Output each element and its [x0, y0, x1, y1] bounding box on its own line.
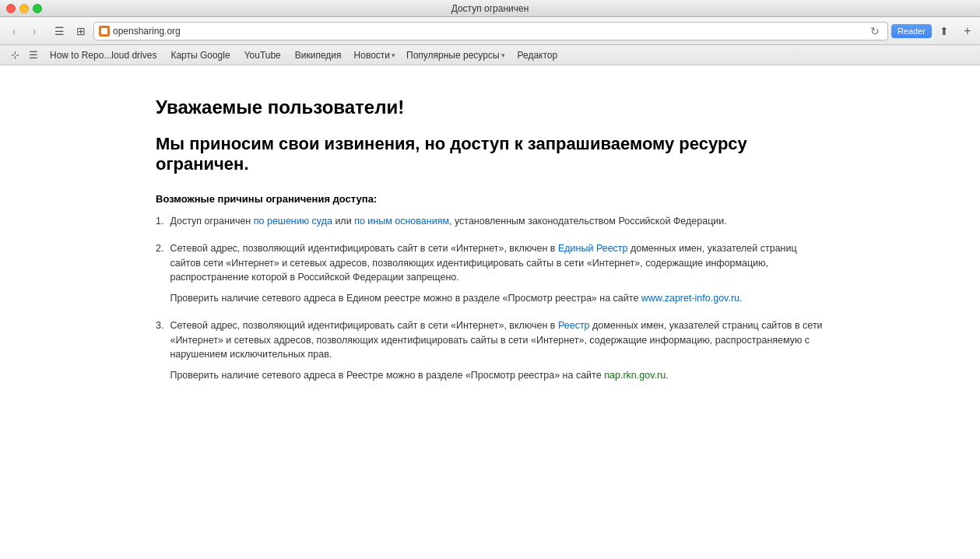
section-title: Возможные причины ограничения доступа:: [156, 193, 824, 205]
minimize-button[interactable]: [19, 4, 29, 13]
nav-bar: ‹ › ☰ ⊞ opensharing.org ↻ Reader ⬆ +: [0, 17, 980, 45]
nav-arrows: ‹ ›: [5, 22, 44, 40]
forward-button[interactable]: ›: [25, 22, 44, 40]
reason-2-para2: Проверить наличие сетевого адреса в Един…: [170, 291, 824, 306]
reason-2-para1: Сетевой адрес, позволяющий идентифициров…: [170, 241, 824, 285]
bookmark-item-1[interactable]: Карты Google: [164, 48, 236, 62]
list-item-2-content: Сетевой адрес, позволяющий идентифициров…: [170, 241, 824, 306]
list-item-1-content: Доступ ограничен по решению суда или по …: [170, 214, 726, 229]
title-bar: Доступ ограничен: [0, 0, 980, 17]
bookmark-item-2[interactable]: YouTube: [238, 48, 287, 62]
reason-1-text: Доступ ограничен по решению суда или по …: [170, 214, 726, 229]
list-item: Сетевой адрес, позволяющий идентифициров…: [156, 241, 824, 306]
reasons-list: Доступ ограничен по решению суда или по …: [156, 214, 824, 383]
address-text: opensharing.org: [113, 26, 864, 37]
refresh-button[interactable]: ↻: [867, 23, 883, 39]
reason-3-para2: Проверить наличие сетевого адреса в Реес…: [170, 368, 824, 383]
nap-rkn-link[interactable]: nap.rkn.gov.ru: [604, 370, 666, 381]
chevron-down-icon: ▾: [392, 51, 395, 59]
bookmark-item-6[interactable]: Редактор: [511, 48, 564, 62]
bookmark-item-5[interactable]: Популярные ресурсы ▾: [402, 48, 509, 62]
bookmark-label-5: Популярные ресурсы: [406, 50, 499, 61]
bookmark-item-3[interactable]: Википедия: [289, 48, 348, 62]
page-heading2: Мы приносим свои извинения, но доступ к …: [156, 134, 824, 174]
address-bar[interactable]: opensharing.org ↻: [93, 22, 888, 40]
reading-list-icon[interactable]: ☰: [25, 47, 42, 64]
window-title: Доступ ограничен: [451, 3, 529, 14]
bookmark-item-0[interactable]: How to Repo...loud drives: [44, 48, 163, 62]
back-button[interactable]: ‹: [5, 22, 23, 40]
favicon: [99, 26, 110, 37]
unified-register-link[interactable]: Единый Реестр: [558, 243, 628, 254]
register-link[interactable]: Реестр: [558, 320, 590, 331]
zapret-info-link[interactable]: www.zapret-info.gov.ru: [641, 293, 739, 304]
close-button[interactable]: [6, 4, 16, 13]
main-content: Уважаемые пользователи! Мы приносим свои…: [0, 65, 980, 559]
bookmarks-bar: ⊹ ☰ How to Repo...loud drives Карты Goog…: [0, 45, 980, 65]
sidebar-button[interactable]: ☰: [50, 22, 68, 40]
list-item: Сетевой адрес, позволяющий идентифициров…: [156, 318, 824, 383]
bookmark-label-4: Новости: [354, 50, 390, 61]
other-grounds-link[interactable]: по иным основаниям: [354, 216, 449, 227]
list-item-3-content: Сетевой адрес, позволяющий идентифициров…: [170, 318, 824, 383]
list-item: Доступ ограничен по решению суда или по …: [156, 214, 824, 229]
share-button[interactable]: ⬆: [935, 22, 954, 40]
page-heading1: Уважаемые пользователи!: [156, 97, 824, 118]
chevron-down-icon-2: ▾: [501, 51, 505, 59]
reader-button[interactable]: Reader: [891, 24, 932, 38]
reason-3-para1: Сетевой адрес, позволяющий идентифициров…: [170, 318, 824, 362]
bookmarks-icon[interactable]: ⊹: [6, 47, 23, 64]
tabs-button[interactable]: ⊞: [72, 22, 90, 40]
add-tab-button[interactable]: +: [960, 23, 975, 39]
bookmark-item-4[interactable]: Новости ▾: [349, 48, 400, 62]
maximize-button[interactable]: [33, 4, 42, 13]
court-decision-link[interactable]: по решению суда: [254, 216, 332, 227]
window-controls: [6, 4, 42, 13]
